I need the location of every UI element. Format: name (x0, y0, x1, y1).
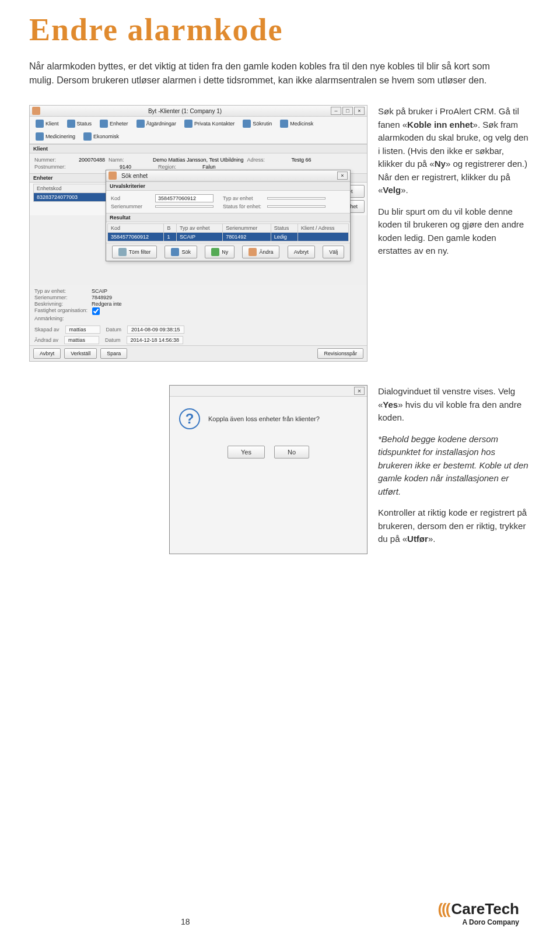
label-beskrivning: Beskrivning: (34, 301, 87, 307)
brand-logo: (((CareTech A Doro Company (438, 900, 519, 926)
label-kod: Kod (111, 195, 152, 201)
edit-icon (249, 248, 257, 256)
label-status: Status för enhet: (223, 204, 264, 209)
value-skapad: mattias (65, 326, 100, 334)
value-post: 9140 (120, 164, 131, 170)
cell: 7801492 (223, 233, 271, 242)
value-datum1: 2014-08-09 09:38:15 (127, 326, 184, 334)
input-status[interactable] (267, 205, 326, 208)
ny-button[interactable]: Ny (205, 246, 235, 258)
dialog-icon (108, 172, 117, 180)
value-serienummer: 7848929 (92, 295, 112, 300)
window-title: Byt -Klienter (1: Company 1) (40, 108, 330, 114)
column-header: Klient / Adress (298, 224, 349, 233)
side-text-2: Dialogvinduet til venstre vises. Velg «Y… (378, 385, 531, 554)
tom-filter-button[interactable]: Töm filter (112, 246, 158, 258)
toolbar-icon (243, 120, 251, 128)
andra-button[interactable]: Ändra (242, 246, 279, 258)
new-icon (211, 248, 219, 256)
toolbar-item[interactable]: Privata Kontakter (181, 118, 238, 130)
toolbar-icon (184, 120, 192, 128)
toolbar-item[interactable]: Ekonomisk (80, 131, 123, 142)
input-kod[interactable]: 3584577060912 (155, 194, 214, 202)
app-icon (32, 107, 40, 115)
column-header: Typ av enhet (177, 224, 223, 233)
input-serie[interactable] (155, 205, 214, 208)
revisionsspar-button[interactable]: Revisionsspår (317, 348, 363, 359)
section-klient: Klient (30, 144, 367, 153)
section-resultat: Resultat (106, 213, 350, 222)
toolbar-icon (83, 132, 92, 141)
value-navn: Demo Mattias Jansson, Test Utbildning (153, 157, 243, 163)
sok-enhet-dialog: Sök enhet × Urvalskriterier Kod 35845770… (106, 170, 351, 261)
value-beskrivning: Redgera inte (92, 301, 122, 307)
value-region: Falun (202, 164, 216, 170)
question-icon: ? (179, 408, 200, 429)
label-anmarkning: Anmärkning: (34, 316, 87, 321)
intro-text: Når alarmkoden byttes, er det viktig at … (29, 60, 508, 88)
side-text-1: Søk på bruker i ProAlert CRM. Gå til fan… (378, 105, 531, 362)
cell: SCAIP (177, 233, 223, 242)
label-nummer: Nummer: (34, 157, 75, 163)
yes-button[interactable]: Yes (228, 446, 265, 459)
cell: 1 (164, 233, 177, 242)
cell (298, 233, 349, 242)
toolbar-icon (100, 120, 108, 128)
label-typ: Typ av enhet (223, 195, 264, 201)
label-skapad: Skapad av (34, 327, 60, 332)
label-adress: Adress: (247, 157, 288, 163)
column-header: Serienummer (223, 224, 271, 233)
column-header: B (164, 224, 177, 233)
avbryt-button[interactable]: Avbryt (288, 246, 315, 258)
section-urval: Urvalskriterier (106, 181, 350, 191)
label-serie: Serienummer (111, 204, 152, 209)
no-button[interactable]: No (274, 446, 309, 459)
toolbar-item[interactable]: Enheter (96, 118, 132, 130)
toolbar-icon (36, 120, 44, 128)
label-andrad: Ändrad av (34, 337, 58, 343)
dialog-title: Sök enhet (117, 173, 336, 179)
close-icon[interactable]: × (354, 107, 365, 115)
toolbar-item[interactable]: Medicinering (32, 131, 79, 142)
label-serienummer: Serienummer: (34, 295, 87, 300)
avbryt-main-button[interactable]: Avbryt (33, 348, 61, 359)
label-region: Region: (158, 164, 199, 170)
toolbar-item[interactable]: Sökrutin (239, 118, 275, 130)
confirm-text: Koppla även loss enheter från klienter? (208, 415, 320, 422)
close-icon[interactable]: × (354, 387, 365, 395)
value-andrad: mattias (64, 336, 99, 344)
toolbar-icon (136, 120, 145, 128)
toolbar-item[interactable]: Medicinsk (276, 118, 317, 130)
page-title: Endre alarmkode (29, 12, 531, 48)
label-datum2: Datum (105, 337, 121, 343)
toolbar-item[interactable]: Åtgärdningar (133, 118, 180, 130)
label-fastighet: Fastighet organisation: (34, 307, 88, 315)
toolbar-icon (36, 132, 44, 141)
value-adress: Testg 66 (291, 157, 311, 163)
confirm-dialog: × ? Koppla även loss enheter från klient… (169, 385, 368, 554)
spara-button[interactable]: Spara (100, 348, 127, 359)
table-row[interactable]: 35845770609121SCAIP7801492Ledig (108, 233, 349, 242)
column-header: Status (271, 224, 298, 233)
value-datum2: 2014-12-18 14:56:38 (127, 336, 184, 344)
sok-button[interactable]: Sök (164, 246, 197, 258)
toolbar-item[interactable]: Status (64, 118, 96, 130)
search-icon (171, 248, 179, 256)
input-typ[interactable] (267, 197, 326, 200)
page-number: 18 (181, 917, 190, 926)
toolbar-icon (280, 120, 288, 128)
toolbar-item[interactable]: Klient (32, 118, 62, 130)
column-header: Kod (108, 224, 164, 233)
label-navn: Namn: (108, 157, 149, 163)
checkbox-fastighet[interactable] (92, 307, 100, 315)
value-typ-enhet: SCAIP (92, 288, 107, 294)
toolbar-icon (67, 120, 75, 128)
verkstall-button[interactable]: Verkställ (64, 348, 97, 359)
label-post: Postnummer: (34, 164, 116, 170)
valj-button[interactable]: Välj (323, 246, 344, 258)
maximize-icon[interactable]: □ (342, 107, 353, 115)
close-icon[interactable]: × (337, 172, 348, 180)
minimize-icon[interactable]: – (331, 107, 341, 115)
cell: Ledig (271, 233, 298, 242)
filter-icon (118, 248, 127, 256)
